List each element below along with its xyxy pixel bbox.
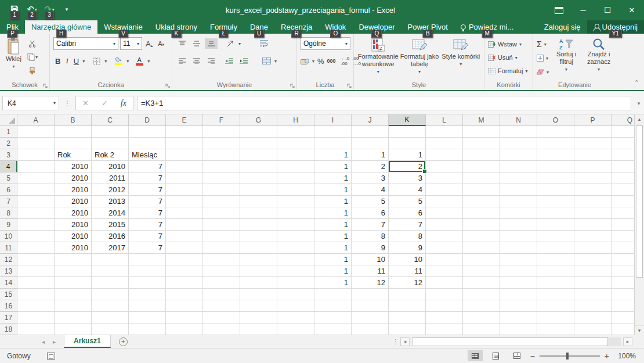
cell-L4[interactable] xyxy=(426,161,463,172)
cell-K17[interactable] xyxy=(389,312,426,324)
find-select-button[interactable]: Znajdź i zaznacz▾ xyxy=(584,37,614,79)
cell-I18[interactable] xyxy=(314,324,352,335)
row-header-9[interactable]: 9 xyxy=(0,219,17,231)
cell-P12[interactable] xyxy=(574,254,612,265)
cell-L12[interactable] xyxy=(426,254,463,265)
column-header-I[interactable]: I xyxy=(314,114,352,126)
cell-O9[interactable] xyxy=(537,219,574,231)
cell-M1[interactable] xyxy=(463,126,500,138)
cell-L6[interactable] xyxy=(426,184,463,196)
cell-J18[interactable] xyxy=(352,324,389,335)
cell-G6[interactable] xyxy=(240,184,277,196)
cell-D9[interactable]: 7 xyxy=(129,219,166,231)
cell-C9[interactable]: 2015 xyxy=(92,219,129,231)
cell-F15[interactable] xyxy=(203,289,240,300)
row-header-13[interactable]: 13 xyxy=(0,265,17,277)
cell-I17[interactable] xyxy=(314,312,352,324)
row-header-10[interactable]: 10 xyxy=(0,231,17,242)
cell-P8[interactable] xyxy=(574,207,612,219)
format-as-table-button[interactable]: Formatuj jako tabelę▾ xyxy=(399,37,440,79)
cell-K2[interactable] xyxy=(389,138,426,149)
cell-M18[interactable] xyxy=(463,324,500,335)
cell-J12[interactable]: 10 xyxy=(352,254,389,265)
cell-P17[interactable] xyxy=(574,312,612,324)
font-size-combo[interactable]: 11▾ xyxy=(120,37,142,50)
cell-A1[interactable] xyxy=(17,126,55,138)
cell-G7[interactable] xyxy=(240,196,277,207)
cell-Q1[interactable] xyxy=(612,126,634,138)
horizontal-scroll-thumb[interactable] xyxy=(412,337,608,346)
cell-G18[interactable] xyxy=(240,324,277,335)
cell-B2[interactable] xyxy=(55,138,92,149)
cell-N8[interactable] xyxy=(500,207,537,219)
orientation-button[interactable] xyxy=(224,38,237,49)
cell-A3[interactable] xyxy=(17,149,55,161)
cell-K12[interactable]: 10 xyxy=(389,254,426,265)
cell-H11[interactable] xyxy=(277,242,314,254)
cell-E3[interactable] xyxy=(166,149,203,161)
cell-N12[interactable] xyxy=(500,254,537,265)
tab-deweloper[interactable]: DeweloperQ xyxy=(352,20,401,34)
tab-wstawianie[interactable]: WstawianieV xyxy=(97,20,149,34)
cell-Q3[interactable] xyxy=(612,149,634,161)
cell-D16[interactable] xyxy=(129,300,166,312)
cell-K11[interactable]: 9 xyxy=(389,242,426,254)
cell-N9[interactable] xyxy=(500,219,537,231)
dialog-launcher-icon[interactable] xyxy=(165,84,170,88)
cell-F14[interactable] xyxy=(203,277,240,289)
cell-P3[interactable] xyxy=(574,149,612,161)
cell-M17[interactable] xyxy=(463,312,500,324)
cell-A14[interactable] xyxy=(17,277,55,289)
cell-Q6[interactable] xyxy=(612,184,634,196)
cell-K10[interactable]: 8 xyxy=(389,231,426,242)
cell-L7[interactable] xyxy=(426,196,463,207)
zoom-in-button[interactable]: + xyxy=(605,351,609,361)
cell-H12[interactable] xyxy=(277,254,314,265)
cell-F4[interactable] xyxy=(203,161,240,172)
name-box[interactable]: K4▾ xyxy=(2,96,59,110)
cell-N1[interactable] xyxy=(500,126,537,138)
scroll-up-icon[interactable]: ▴ xyxy=(635,114,644,124)
cell-N15[interactable] xyxy=(500,289,537,300)
zoom-slider-handle[interactable] xyxy=(566,353,569,360)
fill-color-button[interactable] xyxy=(112,56,125,66)
cell-P1[interactable] xyxy=(574,126,612,138)
tab-power-pivot[interactable]: Power PivotB xyxy=(401,20,454,34)
cell-H4[interactable] xyxy=(277,161,314,172)
column-header-K[interactable]: K xyxy=(389,114,426,126)
cell-M4[interactable] xyxy=(463,161,500,172)
select-all-button[interactable] xyxy=(0,114,17,126)
cell-P18[interactable] xyxy=(574,324,612,335)
cell-P14[interactable] xyxy=(574,277,612,289)
cell-M8[interactable] xyxy=(463,207,500,219)
cell-F12[interactable] xyxy=(203,254,240,265)
minimize-button[interactable]: ─ xyxy=(571,0,595,20)
cell-B10[interactable]: 2010 xyxy=(55,231,92,242)
cell-A12[interactable] xyxy=(17,254,55,265)
cell-H9[interactable] xyxy=(277,219,314,231)
number-format-combo[interactable]: Ogólne▾ xyxy=(301,37,350,50)
cell-P4[interactable] xyxy=(574,161,612,172)
column-header-J[interactable]: J xyxy=(352,114,389,126)
cell-C11[interactable]: 2017 xyxy=(92,242,129,254)
vertical-scrollbar[interactable]: ▴ ▾ xyxy=(634,114,644,335)
cell-I1[interactable] xyxy=(314,126,352,138)
cell-J17[interactable] xyxy=(352,312,389,324)
cell-M12[interactable] xyxy=(463,254,500,265)
cell-M15[interactable] xyxy=(463,289,500,300)
cell-E12[interactable] xyxy=(166,254,203,265)
cell-I16[interactable] xyxy=(314,300,352,312)
vertical-scroll-thumb[interactable] xyxy=(636,125,643,278)
cell-G12[interactable] xyxy=(240,254,277,265)
cell-A11[interactable] xyxy=(17,242,55,254)
cell-N7[interactable] xyxy=(500,196,537,207)
comma-style-button[interactable]: 000 xyxy=(327,58,336,64)
cell-D6[interactable]: 7 xyxy=(129,184,166,196)
cell-O2[interactable] xyxy=(537,138,574,149)
top-align-button[interactable] xyxy=(176,38,189,49)
cell-K8[interactable]: 6 xyxy=(389,207,426,219)
cell-G17[interactable] xyxy=(240,312,277,324)
cell-I12[interactable]: 1 xyxy=(314,254,352,265)
sheet-tab-arkusz1[interactable]: Arkusz1 xyxy=(64,335,111,348)
cell-B17[interactable] xyxy=(55,312,92,324)
